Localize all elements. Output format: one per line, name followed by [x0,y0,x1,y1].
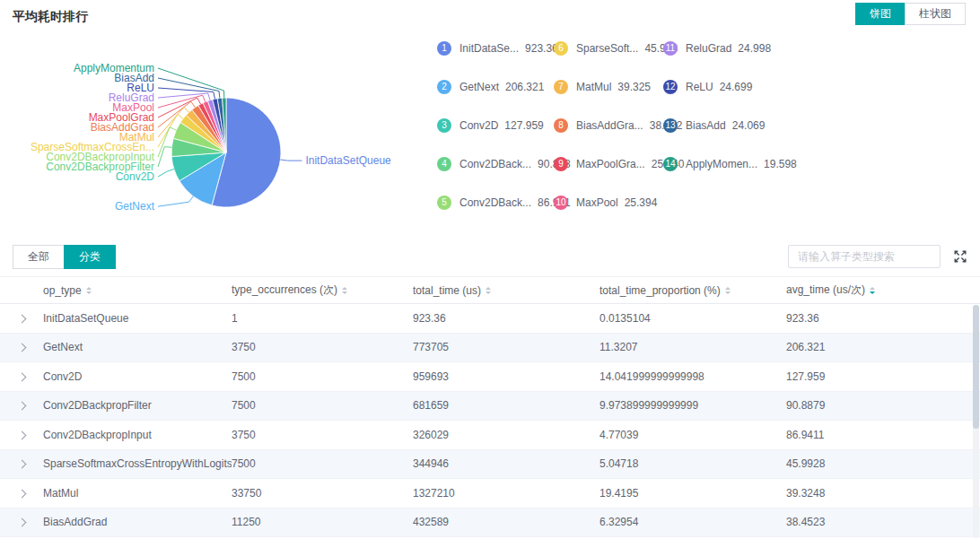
table-cell: 959693 [413,370,599,383]
table-row-BiasAddGrad[interactable]: BiasAddGrad112504325896.3295438.4523 [0,509,980,538]
pie-chart-button[interactable]: 饼图 [855,3,906,25]
legend-index-badge: 8 [554,118,568,133]
table-row-MatMul[interactable]: MatMul33750132721019.419539.3248 [0,479,980,509]
pie-label-line [281,160,302,161]
legend-item-BiasAdd[interactable]: 13BiasAdd24.069 [663,118,797,133]
tab-all[interactable]: 全部 [13,245,65,269]
table-cell: 9.973899999999999 [599,399,786,412]
pie-label-Conv2D: Conv2D [116,170,155,183]
expand-row-button[interactable] [0,370,43,383]
sort-caret-icon[interactable] [342,287,347,294]
table-cell: BiasAddGrad [43,516,232,528]
table-cell: GetNext [43,341,232,353]
pie-legend: 1InitDataSe...923.3602GetNext206.3213Con… [437,29,797,222]
column-header-op_type[interactable]: op_type [43,284,232,297]
chevron-right-icon [18,372,27,381]
table-cell: 38.4523 [786,516,980,528]
sort-caret-icon[interactable] [86,287,92,294]
tab-category[interactable]: 分类 [64,245,116,269]
column-header-type_occurrences[interactable]: type_occurrences (次) [232,283,413,298]
legend-item-ApplyMomentum[interactable]: 14ApplyMomen...19.598 [663,157,797,171]
legend-name: GetNext [459,81,499,93]
expand-row-button[interactable] [0,457,43,470]
table-row-GetNext[interactable]: GetNext375077370511.3207206.321 [0,334,980,363]
legend-index-badge: 13 [663,118,678,133]
legend-item-ReLU[interactable]: 12ReLU24.699 [663,80,797,94]
legend-item-SparseSoftmaxCrossEntropyWithLogits[interactable]: 6SparseSoft...45.993 [554,41,663,56]
legend-value: 206.321 [505,81,544,93]
table-cell: 326029 [413,429,599,441]
legend-value: 24.069 [732,119,766,132]
table-row-Conv2DBackpropFilter[interactable]: Conv2DBackpropFilter75006816599.97389999… [0,392,980,422]
legend-item-Conv2D[interactable]: 3Conv2D127.959 [437,118,554,133]
legend-item-ReluGrad[interactable]: 11ReluGrad24.998 [663,41,797,56]
sort-caret-icon[interactable] [486,287,491,294]
pie-label-line [158,196,193,206]
legend-index-badge: 12 [663,80,678,94]
pie-chart-area: ApplyMomentumBiasAddReLUReluGradMaxPoolM… [0,25,980,249]
expand-row-button[interactable] [0,429,43,441]
table-cell: 6.32954 [599,516,786,528]
legend-item-InitDataSetQueue[interactable]: 1InitDataSe...923.360 [437,41,554,56]
table-header-row: op_typetype_occurrences (次)total_time (u… [0,276,980,304]
sort-caret-icon[interactable] [725,287,731,294]
table-cell: 127.959 [786,370,980,383]
column-header-total_time[interactable]: total_time (us) [413,284,599,297]
table-cell: Conv2DBackpropInput [43,429,232,441]
sort-caret-icon[interactable] [870,287,875,294]
table-toolbar: 全部分类 [13,244,967,269]
table-cell: MatMul [43,487,232,500]
legend-item-MaxPool[interactable]: 10MaxPool25.394 [554,196,663,210]
pie-label-line [158,68,224,98]
legend-item-MatMul[interactable]: 7MatMul39.325 [554,80,663,94]
pie-label-line [158,93,210,100]
expand-row-button[interactable] [0,487,43,500]
op-type-search-input[interactable] [788,245,941,268]
legend-name: Conv2DBack... [459,158,531,170]
legend-name: InitDataSe... [459,42,519,55]
expand-row-button[interactable] [0,516,43,528]
legend-name: BiasAdd [686,119,726,132]
table-cell: 4.77039 [599,429,786,441]
legend-index-badge: 10 [554,196,568,210]
page-title: 平均耗时排行 [13,9,88,25]
column-header-total_time_proportion[interactable]: total_time_proportion (%) [599,284,786,297]
table-row-Conv2DBackpropInput[interactable]: Conv2DBackpropInput37503260294.7703986.9… [0,421,980,450]
expand-row-button[interactable] [0,341,43,353]
table-cell: 1327210 [413,487,599,500]
table-cell: 11.3207 [599,341,786,353]
fullscreen-icon[interactable] [953,249,967,264]
scrollbar-thumb[interactable] [973,305,979,429]
legend-item-Conv2DBackpropFilter[interactable]: 4Conv2DBack...90.888 [437,157,554,171]
op-type-table: op_typetype_occurrences (次)total_time (u… [0,276,980,539]
table-cell: 432589 [413,516,599,528]
table-cell: 7500 [232,457,413,470]
pie-label-line [158,170,174,177]
chevron-right-icon [18,314,27,323]
table-row-InitDataSetQueue[interactable]: InitDataSetQueue1923.360.0135104923.36 [0,304,980,334]
table-cell: 90.8879 [786,399,980,412]
table-cell: 681659 [413,399,599,412]
legend-index-badge: 9 [554,157,568,171]
bar-chart-button[interactable]: 柱状图 [905,3,966,25]
legend-item-GetNext[interactable]: 2GetNext206.321 [437,80,554,94]
table-tabs: 全部分类 [13,245,116,269]
table-cell: 206.321 [786,341,980,353]
legend-item-Conv2DBackpropInput[interactable]: 5Conv2DBack...86.941 [437,196,554,210]
legend-item-BiasAddGrad[interactable]: 8BiasAddGra...38.452 [554,118,663,133]
column-header-avg_time[interactable]: avg_time (us/次) [786,283,980,298]
table-scrollbar[interactable] [973,305,979,538]
legend-index-badge: 5 [437,196,451,210]
table-cell: 5.04718 [599,457,786,470]
table-row-Conv2D[interactable]: Conv2D750095969314.041999999999998127.95… [0,362,980,392]
legend-item-MaxPoolGrad[interactable]: 9MaxPoolGra...25.740 [554,157,663,171]
table-row-SparseSoftmaxCrossEntropyWithLogits[interactable]: SparseSoftmaxCrossEntropyWithLogits75003… [0,450,980,480]
legend-value: 39.325 [617,81,651,93]
pie-chart[interactable]: ApplyMomentumBiasAddReLUReluGradMaxPoolM… [0,25,422,249]
legend-name: ReluGrad [686,42,731,55]
expand-row-button[interactable] [0,312,43,325]
expand-row-button[interactable] [0,399,43,412]
legend-index-badge: 11 [663,41,678,56]
table-cell: 3750 [232,429,413,441]
table-body: InitDataSetQueue1923.360.0135104923.36Ge… [0,304,980,537]
